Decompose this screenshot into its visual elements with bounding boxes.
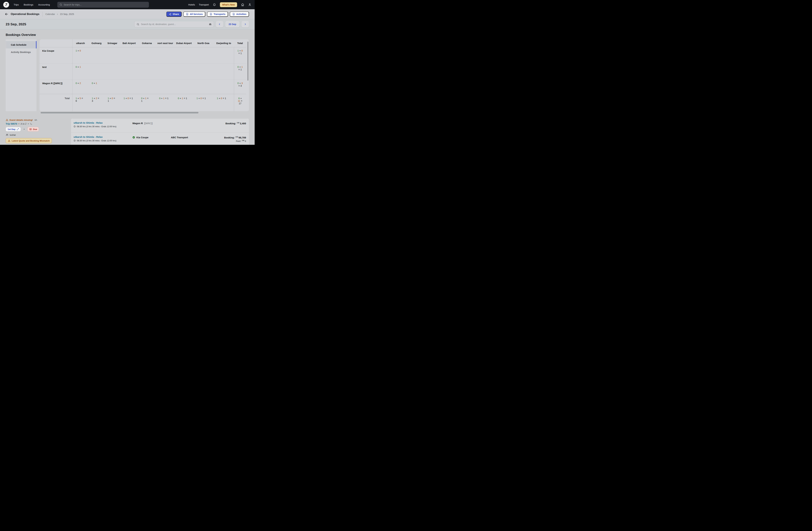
prev-day-button[interactable] (216, 21, 223, 27)
action-button-label: All Services (190, 13, 203, 15)
breadcrumb-current-date: 23 Sep, 2025 (60, 13, 74, 15)
cab-schedule-table: utkarshGulmargSrinagarBali AirportGokarn… (40, 39, 246, 111)
breadcrumb-calendar[interactable]: Calendar (45, 13, 55, 15)
trips-search-input[interactable]: Search for trips... (57, 2, 149, 8)
booked-count: 0 (159, 97, 160, 100)
pending-count: 3 (242, 82, 243, 85)
schedule-cell (214, 47, 234, 63)
download-doc-icon (186, 13, 189, 15)
table-totals-row: Total1 + 5 = 61 + 2 = 31 + 0 = 11 + 0 = … (40, 94, 246, 111)
booking-time-row: 08:30 hrs (3 hrs 30 mins - Ends 12:00 hr… (74, 125, 132, 128)
quote-mismatch-warning: Latest Quote and Booking Mismatch (6, 138, 52, 143)
pending-count: 0 (79, 49, 81, 52)
chevron-right-icon (56, 13, 58, 15)
column-header-Srinagar: Srinagar (104, 39, 120, 47)
tab-activity-bookings[interactable]: Activity Bookings (6, 48, 37, 56)
currency-label: INR (235, 136, 238, 138)
booking-amount-line: Booking:INR98,789 (224, 136, 246, 139)
schedule-cell: 0 + 2 (72, 80, 88, 94)
back-arrow-icon[interactable] (4, 12, 9, 16)
page-title: Operational Bookings (11, 13, 40, 16)
booking-vehicle: Wagon R[[WRC]] (132, 121, 171, 125)
nav-transport[interactable]: Transport (199, 3, 209, 6)
pending-count: 5 (79, 97, 81, 100)
horizontal-scrollbar-thumb[interactable] (41, 112, 199, 113)
phone-icon[interactable] (30, 123, 32, 125)
total-cell: 0 + 3 = 3 (234, 80, 246, 94)
booking-amount-label: Booking: (224, 136, 235, 139)
schedule-cell (175, 80, 193, 94)
vehicle-label: test (40, 63, 72, 80)
whats-new-button[interactable]: What's New (220, 2, 237, 7)
schedule-cell (214, 80, 234, 94)
booking-amount-label: Booking: (226, 122, 236, 125)
booked-count: 0 (92, 82, 93, 85)
cash-icon (29, 128, 32, 130)
first-day-button[interactable]: 1st Day (6, 127, 21, 131)
action-button-activities[interactable]: Activities (230, 12, 249, 17)
page-header: Operational Bookings Calendar 23 Sep, 20… (0, 9, 255, 19)
date-toolbar-right: Search by id, destination, guest... 23 S… (134, 21, 249, 27)
nav-hotels[interactable]: Hotels (188, 3, 195, 6)
main-nav: TripsBookingsAccounting (14, 3, 50, 6)
vertical-scrollbar (247, 40, 248, 110)
schedule-cell (138, 47, 156, 63)
next-day-button[interactable] (242, 21, 249, 27)
booking-price: Booking:INR2,400 (226, 121, 246, 125)
sum-count: 1 (186, 97, 187, 100)
due-badge-label: Due (33, 128, 37, 130)
schedule-cell (120, 63, 138, 80)
booked-count: 1 (108, 97, 109, 100)
divider (42, 12, 43, 17)
trip-link[interactable]: Trip 59570 (6, 123, 17, 125)
action-button-all-services[interactable]: All Services (183, 12, 205, 17)
agent-row: tushar (6, 133, 68, 136)
share-icon (169, 13, 171, 15)
booking-title-link[interactable]: utkarsh to Shimla - Relax (74, 135, 132, 138)
nav-link-bookings[interactable]: Bookings (24, 3, 33, 6)
search-icon (136, 23, 139, 26)
app-window: 7 TripsBookingsAccounting Search for tri… (0, 0, 255, 146)
download-doc-icon (210, 13, 212, 15)
warning-triangle-icon (6, 119, 8, 121)
notifications-bell-icon[interactable] (213, 3, 216, 6)
schedule-cell (156, 80, 175, 94)
table-row: Kia Coupe1 + 01 + 0 = 1 (40, 47, 246, 63)
schedule-cell (214, 63, 234, 80)
dot-separator: • (28, 123, 29, 125)
action-button-transports[interactable]: Transports (207, 12, 228, 17)
share-button[interactable]: Share (166, 12, 182, 17)
pending-count: 1 (145, 97, 146, 100)
action-button-label: Transports (214, 13, 225, 15)
home-icon[interactable] (241, 3, 244, 6)
vehicle-note: [[WRC]] (144, 122, 153, 125)
tab-cab-schedule[interactable]: Cab Schedule (6, 41, 37, 48)
schedule-cell (120, 80, 138, 94)
action-button-label: Activities (236, 13, 246, 15)
clock-icon (74, 126, 76, 128)
account-icon[interactable] (248, 3, 251, 6)
nav-link-trips[interactable]: Trips (14, 3, 19, 6)
schedule-cell (104, 47, 120, 63)
currency-label: INR (237, 122, 240, 124)
bookings-search-input[interactable]: Search by id, destination, guest... (134, 21, 214, 27)
share-button-label: Share (173, 13, 179, 15)
total-cell: 6 + 11 = 17 (234, 94, 246, 111)
booking-title-link[interactable]: utkarsh to Shimla - Relax (74, 121, 132, 124)
guest-warning-row: Guest details missing! 4A (6, 119, 68, 121)
schedule-cell (156, 47, 175, 63)
filter-sliders-icon[interactable] (209, 23, 212, 26)
overview-row: Cab ScheduleActivity Bookings utkarshGul… (6, 39, 249, 111)
bookings-search-placeholder: Search by id, destination, guest... (141, 23, 207, 26)
vertical-scrollbar-thumb[interactable] (247, 42, 248, 81)
booking-card-main: utkarsh to Shimla - Relax08:30 hrs (3 hr… (74, 135, 132, 142)
current-day-button[interactable]: 23 Sep (225, 21, 240, 27)
brand-logo[interactable]: 7 (3, 2, 9, 8)
download-doc-icon (232, 13, 235, 15)
booking-card: utkarsh to Shimla - Relax08:30 hrs (3 hr… (71, 133, 249, 146)
nav-link-accounting[interactable]: Accounting (38, 3, 50, 6)
booking-card-main: utkarsh to Shimla - Relax08:30 hrs (3 hr… (74, 121, 132, 128)
schedule-cell: 0 + 1 (72, 63, 88, 80)
booked-count: 1 (197, 97, 198, 100)
booking-card: utkarsh to Shimla - Relax08:30 hrs (3 hr… (71, 119, 249, 133)
